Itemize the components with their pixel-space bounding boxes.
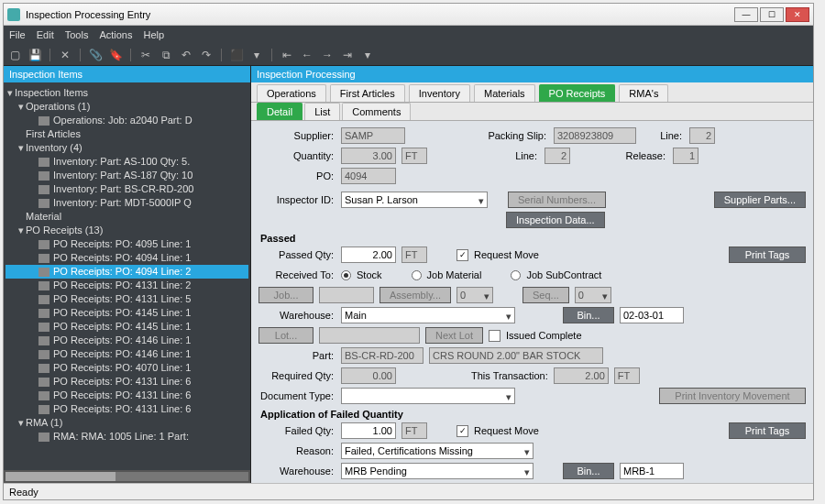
po-field: 4094 xyxy=(341,168,396,184)
cut-icon[interactable]: ✂ xyxy=(138,48,153,62)
tree-node[interactable]: ▾Inspection Items xyxy=(6,86,248,100)
tree-node[interactable]: ▾RMA (1) xyxy=(6,416,248,430)
app-window: Inspection Processing Entry — ☐ ✕ FileEd… xyxy=(3,3,814,500)
tree-node[interactable]: PO Receipts: PO: 4131 Line: 6 xyxy=(6,389,248,402)
tree-hscroll[interactable] xyxy=(4,470,250,483)
menu-tools[interactable]: Tools xyxy=(65,29,89,40)
tab-rma-s[interactable]: RMA's xyxy=(619,84,668,102)
tree-node[interactable]: Inventory: Part: AS-187 Qty: 10 xyxy=(6,169,248,182)
nav-last-icon[interactable]: ⇥ xyxy=(340,48,355,62)
supplier-parts-button[interactable]: Supplier Parts... xyxy=(714,192,806,208)
menu-help[interactable]: Help xyxy=(143,29,164,40)
tree-node[interactable]: Inventory: Part: AS-100 Qty: 5. xyxy=(6,155,248,169)
warehouse-select-1[interactable]: Main xyxy=(341,307,515,323)
tree-node[interactable]: Operations: Job: a2040 Part: D xyxy=(6,114,248,127)
tree-node[interactable]: ▾PO Receipts (13) xyxy=(6,224,248,237)
packing-slip-field: 3208923809 xyxy=(554,127,636,144)
tree-node[interactable]: PO Receipts: PO: 4131 Line: 2 xyxy=(6,279,248,292)
bin-input-2[interactable]: MRB-1 xyxy=(620,463,684,479)
next-lot-button: Next Lot xyxy=(425,327,483,344)
menu-actions[interactable]: Actions xyxy=(99,29,132,40)
inspector-select[interactable]: Susan P. Larson xyxy=(341,192,488,208)
tree-node[interactable]: PO Receipts: PO: 4131 Line: 6 xyxy=(6,375,248,389)
received-stock-radio[interactable] xyxy=(341,270,351,280)
tab-detail[interactable]: Detail xyxy=(257,103,302,120)
tab-list[interactable]: List xyxy=(304,103,340,120)
lot-button: Lot... xyxy=(258,327,314,344)
menu-file[interactable]: File xyxy=(9,29,26,40)
failed-qty-input[interactable]: 1.00 xyxy=(341,422,396,439)
main-tabs: OperationsFirst ArticlesInventoryMateria… xyxy=(251,82,813,103)
tree-node[interactable]: Inventory: Part: MDT-5000IP Q xyxy=(6,196,248,210)
tag-icon[interactable]: 🔖 xyxy=(108,48,123,62)
tree-node[interactable]: Inventory: Part: BS-CR-RD-200 xyxy=(6,182,248,196)
job-button: Job... xyxy=(258,287,314,303)
delete-icon[interactable]: ✕ xyxy=(58,48,72,62)
tree-node[interactable]: First Articles xyxy=(6,127,248,141)
minimize-button[interactable]: — xyxy=(734,7,758,22)
tree-node[interactable]: ▾Operations (1) xyxy=(6,100,248,114)
tool-icon[interactable]: ⬛ xyxy=(229,48,244,62)
titlebar: Inspection Processing Entry — ☐ ✕ xyxy=(4,4,813,26)
bin-button-1[interactable]: Bin... xyxy=(563,307,614,323)
part-number-field: BS-CR-RD-200 xyxy=(341,347,424,364)
print-inv-button-1: Print Inventory Movement xyxy=(659,388,806,404)
main-panel: Inspection Processing OperationsFirst Ar… xyxy=(251,66,813,483)
tab-comments[interactable]: Comments xyxy=(342,103,411,120)
nav-next-icon[interactable]: → xyxy=(320,48,335,62)
tab-po-receipts[interactable]: PO Receipts xyxy=(539,84,616,102)
maximize-button[interactable]: ☐ xyxy=(760,7,784,22)
tree-node[interactable]: PO Receipts: PO: 4095 Line: 1 xyxy=(6,237,248,251)
undo-icon[interactable]: ↶ xyxy=(179,48,193,62)
tree-node[interactable]: PO Receipts: PO: 4145 Line: 1 xyxy=(6,320,248,334)
bin-input-1[interactable]: 02-03-01 xyxy=(620,307,684,323)
request-move-check-1[interactable]: ✓ xyxy=(456,249,468,261)
copy-icon[interactable]: ⧉ xyxy=(159,48,173,62)
reason-select[interactable]: Failed, Certifications Missing xyxy=(341,443,534,459)
doc-type-select-1[interactable] xyxy=(341,388,515,404)
tab-first-articles[interactable]: First Articles xyxy=(330,84,405,102)
assembly-button: Assembly... xyxy=(380,287,451,303)
status-bar: Ready xyxy=(4,483,813,499)
sub-tabs: DetailListComments xyxy=(251,103,813,121)
print-tags-button-1[interactable]: Print Tags xyxy=(729,247,806,263)
tree-node[interactable]: PO Receipts: PO: 4146 Line: 1 xyxy=(6,347,248,361)
tree-node[interactable]: PO Receipts: PO: 4131 Line: 6 xyxy=(6,402,248,416)
received-jobmat-radio[interactable] xyxy=(412,270,422,280)
window-title: Inspection Processing Entry xyxy=(26,9,734,20)
tree-node[interactable]: PO Receipts: PO: 4145 Line: 1 xyxy=(6,306,248,320)
tree-node[interactable]: PO Receipts: PO: 4094 Line: 2 xyxy=(6,265,248,279)
main-panel-header: Inspection Processing xyxy=(251,66,813,82)
request-move-check-2[interactable]: ✓ xyxy=(456,425,468,437)
tab-materials[interactable]: Materials xyxy=(474,84,535,102)
tab-inventory[interactable]: Inventory xyxy=(409,84,470,102)
redo-icon[interactable]: ↷ xyxy=(199,48,214,62)
tree-node[interactable]: PO Receipts: PO: 4146 Line: 1 xyxy=(6,334,248,347)
menubar: FileEditToolsActionsHelp xyxy=(4,26,813,44)
tab-operations[interactable]: Operations xyxy=(257,84,326,102)
tree[interactable]: ▾Inspection Items▾Operations (1)Operatio… xyxy=(4,82,250,470)
seq-button: Seq... xyxy=(522,287,569,303)
attach-icon[interactable]: 📎 xyxy=(88,48,103,62)
serial-numbers-button: Serial Numbers... xyxy=(508,192,606,208)
new-icon[interactable]: ▢ xyxy=(7,48,22,62)
tree-node[interactable]: PO Receipts: PO: 4094 Line: 1 xyxy=(6,251,248,265)
print-tags-button-2[interactable]: Print Tags xyxy=(729,422,806,439)
tree-node[interactable]: Material xyxy=(6,210,248,224)
received-jobsub-radio[interactable] xyxy=(511,270,521,280)
tree-node[interactable]: PO Receipts: PO: 4070 Line: 1 xyxy=(6,361,248,375)
passed-qty-input[interactable]: 2.00 xyxy=(341,247,396,263)
nav-prev-icon[interactable]: ← xyxy=(300,48,314,62)
release-field: 1 xyxy=(673,148,698,164)
warehouse-select-2[interactable]: MRB Pending xyxy=(341,463,534,479)
nav-first-icon[interactable]: ⇤ xyxy=(280,48,294,62)
inspection-data-button[interactable]: Inspection Data... xyxy=(506,212,605,228)
save-icon[interactable]: 💾 xyxy=(28,48,42,62)
tree-node[interactable]: RMA: RMA: 1005 Line: 1 Part: xyxy=(6,430,248,444)
tree-node[interactable]: PO Receipts: PO: 4131 Line: 5 xyxy=(6,292,248,306)
issued-complete-check[interactable] xyxy=(489,330,500,342)
tree-node[interactable]: ▾Inventory (4) xyxy=(6,141,248,155)
close-button[interactable]: ✕ xyxy=(786,7,809,22)
bin-button-2[interactable]: Bin... xyxy=(563,463,614,479)
menu-edit[interactable]: Edit xyxy=(37,29,54,40)
